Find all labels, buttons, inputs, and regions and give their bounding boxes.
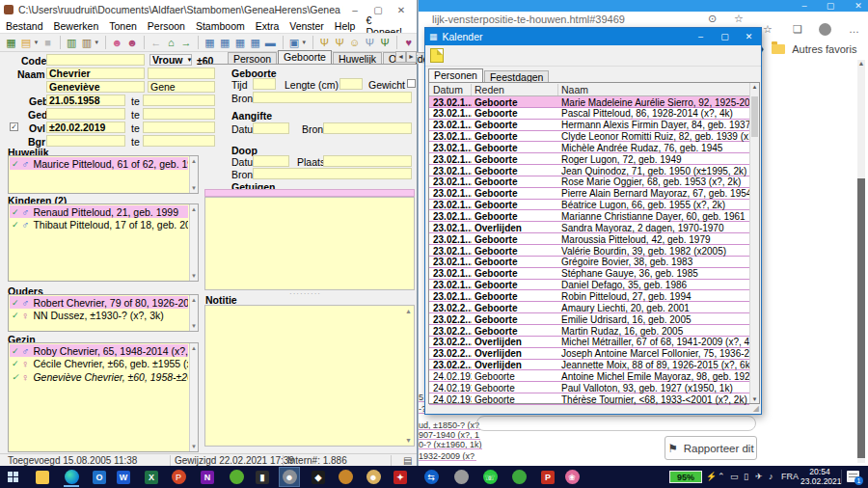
grey-ball-icon[interactable] [450, 467, 472, 487]
doop-plaats-field[interactable] [323, 155, 412, 167]
whatsapp-icon[interactable]: ☏ [479, 467, 501, 487]
geboorte-bron-field[interactable] [253, 92, 412, 103]
ovl-place-field[interactable] [143, 122, 215, 133]
person-row[interactable]: ✓♀Cécile Chevrier, ±66, geb. ±1955 (x?, … [10, 358, 188, 370]
menu-extra[interactable]: Extra [256, 20, 280, 32]
kalender-row[interactable]: 23.02.1...GeboortePascal Pitteloud, 86, … [429, 108, 749, 120]
open-icon[interactable]: ▤ [19, 35, 34, 50]
doop-datum-field[interactable] [253, 155, 289, 167]
kalender-minimize-button[interactable]: – [689, 32, 713, 41]
kalender-table-header[interactable]: Datum Reden Naam [429, 83, 749, 96]
menu-help[interactable]: Help [335, 20, 356, 32]
kalender-tab-feestdagen[interactable]: Feestdagen [484, 70, 549, 82]
people-app-icon[interactable]: ☻ [363, 467, 384, 487]
display-tray-icon[interactable]: ▭ [730, 472, 739, 481]
getuigen-textarea[interactable] [204, 197, 415, 290]
kalender-row[interactable]: 23.02.1...GeboorteJean Quinodoz, 71, geb… [429, 165, 749, 176]
outlook-icon[interactable]: O [89, 467, 110, 487]
bgr-place-field[interactable] [143, 135, 215, 147]
list-scrollbar[interactable]: ▲▼ [189, 295, 198, 331]
scroll-up-icon[interactable]: ▲ [190, 345, 198, 351]
notitie-textarea[interactable]: ▲ ▼ [204, 305, 415, 447]
bgr-date-field[interactable] [46, 135, 125, 147]
kalender-row[interactable]: 23.02.1...GeboortePierre Alain Bernard M… [429, 188, 749, 200]
browser-scrollbar[interactable]: ▲ [857, 60, 865, 463]
battery-tray-icon[interactable]: ▯ [744, 472, 748, 481]
browser-minimize-button[interactable]: – [795, 0, 814, 12]
list-scrollbar[interactable]: ▲▼ [189, 204, 198, 281]
report-icon[interactable]: ▦ [4, 35, 18, 50]
col-datum[interactable]: Datum [433, 84, 463, 95]
code-field[interactable] [46, 54, 145, 66]
ovl-checkbox[interactable]: ✓ [10, 122, 18, 131]
donate-icon[interactable]: ♥ [401, 35, 416, 50]
person-row[interactable]: ✓♂Renaud Pitteloud, 21, geb. 1999 [10, 205, 188, 218]
view-dates-icon[interactable]: ▦ [233, 35, 248, 50]
surname2-field[interactable] [148, 68, 215, 79]
open-icon-dropdown[interactable]: ▼ [33, 40, 39, 45]
language-indicator[interactable]: FRA [781, 472, 799, 481]
tab-scroll-right-icon[interactable]: ► [406, 51, 417, 63]
airplane-tray-icon[interactable]: ✈ [755, 472, 763, 481]
kalender-row[interactable]: 23.02.1...OverlijdenSandra Mayoraz, 2 da… [429, 222, 749, 233]
list-scrollbar[interactable]: ▲▼ [189, 156, 198, 193]
menu-bewerken[interactable]: Bewerken [54, 20, 99, 32]
kalender-titlebar[interactable]: ▦ Kalender – ▢ ✕ [425, 28, 761, 45]
hourglass-chart-icon[interactable]: Ψ [333, 35, 347, 50]
kalender-row[interactable]: 23.02.1...GeboorteMarie Madeleine Auréli… [429, 96, 749, 108]
maximize-button[interactable]: ▢ [366, 5, 390, 15]
kalender-row[interactable]: 23.02.1...GeboorteRobin Pitteloud, 27, g… [429, 290, 749, 302]
kalender-row[interactable]: 24.02.1933GeboorteThérèse Tournier, <68,… [429, 393, 749, 405]
browser-scrollbar-thumb[interactable] [857, 178, 865, 458]
battery-indicator[interactable]: 95% [669, 471, 702, 483]
profile-avatar[interactable] [819, 23, 831, 36]
excel-icon[interactable]: X [141, 467, 162, 487]
scroll-up-icon[interactable]: ▲ [857, 60, 865, 67]
resize-grip-icon[interactable]: ◢ [753, 404, 759, 413]
teamviewer-icon[interactable]: ⇆ [420, 467, 442, 487]
menu-persoon[interactable]: Persoon [148, 20, 185, 32]
levenloos-checkbox[interactable] [407, 79, 416, 88]
tab-geboorte[interactable]: Geboorte [278, 50, 332, 64]
kalender-row[interactable]: 23.02.1...GeboorteStéphane Gauye, 36, ge… [429, 268, 749, 280]
kalender-row[interactable]: 23.02.2...GeboorteEmilie Udrisard, 16, g… [429, 313, 749, 325]
kalender-row[interactable]: 23.02.1...GeboorteValérie Bourdin, 39, g… [429, 245, 749, 257]
edge-icon[interactable] [61, 467, 82, 487]
scroll-up-icon[interactable]: ▲ [190, 297, 198, 303]
person-remove-icon[interactable]: ☻ [125, 35, 140, 50]
book-app-icon[interactable]: ▮ [252, 467, 273, 487]
kalender-row[interactable]: 23.02.1...GeboorteDaniel Defago, 35, geb… [429, 280, 749, 291]
kalender-scrollbar-thumb[interactable] [751, 96, 758, 137]
bookmark-star-icon[interactable]: ☆ [734, 13, 744, 25]
kalender-row[interactable]: 24.02.1922GeboorteAntoine Michel Emile M… [429, 370, 749, 382]
kalender-row[interactable]: 23.02.2...OverlijdenJoseph Antoine Marce… [429, 348, 749, 360]
link-circle-icon[interactable]: ⊙ [708, 13, 717, 25]
view-table-icon[interactable]: ▬ [263, 35, 278, 50]
reply-input-outline[interactable] [476, 416, 756, 431]
sound-tray-icon[interactable]: ♪ [769, 472, 773, 481]
scroll-up-icon[interactable]: ▲ [750, 84, 759, 90]
notification-center-icon[interactable]: 1 [847, 471, 859, 482]
start-button[interactable] [8, 472, 19, 483]
person-row[interactable]: ✓♀NN Dussez, ±1930-? (x?, 3k) [10, 310, 188, 322]
menu-tonen[interactable]: Tonen [109, 20, 137, 32]
word-icon[interactable]: W [113, 467, 134, 487]
menu-venster[interactable]: Venster [289, 20, 324, 32]
person-row[interactable]: ✓♂Roby Chevrier, 65, 1948-2014 (x?, 3k)∅ [10, 344, 188, 357]
tab-persoon[interactable]: Persoon [228, 52, 277, 64]
aangifte-bron-field[interactable] [323, 122, 412, 134]
file-explorer-icon[interactable] [32, 467, 53, 487]
green-app-icon[interactable] [226, 467, 247, 487]
window-icon[interactable]: ▣ [287, 35, 302, 50]
ovl-date-field[interactable]: ±20.02.2019 [46, 122, 125, 133]
list-scrollbar[interactable]: ▲▼ [189, 343, 198, 451]
geb-date-field[interactable]: 21.05.1958 [46, 95, 125, 106]
kalender-row[interactable]: 23.02.1...GeboorteBéatrice Lugon, 66, ge… [429, 200, 749, 211]
new-document-icon[interactable] [430, 48, 444, 63]
browser-maximize-button[interactable]: ▢ [821, 0, 840, 12]
scroll-up-icon[interactable]: ▲ [190, 206, 198, 212]
kalender-row[interactable]: 23.02.1...GeboorteClyde Leonor Romitti R… [429, 131, 749, 143]
home-icon[interactable]: ⌂ [164, 35, 178, 50]
kalender-row[interactable]: 23.02.2...OverlijdenJeannette Moix, 88 o… [429, 360, 749, 371]
tree-chart-icon[interactable]: Ψ [317, 35, 332, 50]
